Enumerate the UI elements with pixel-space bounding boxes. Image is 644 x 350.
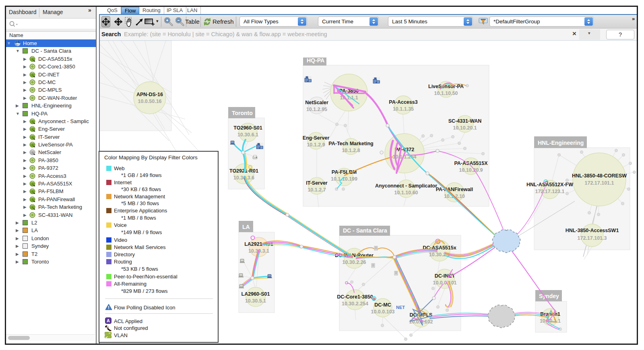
svg-text:LA2960-S01: LA2960-S01 [242, 291, 270, 297]
svg-text:HNL-Engineering: HNL-Engineering [538, 140, 584, 146]
svg-text:HNL-3850-48-CORESW: HNL-3850-48-CORESW [572, 173, 627, 179]
svg-text:10.1.2.9: 10.1.2.9 [307, 142, 325, 148]
svg-text:10.30.2.26: 10.30.2.26 [342, 259, 366, 265]
svg-text:SC-4331-WAN: SC-4331-WAN [448, 118, 482, 124]
svg-text:10.10.20.1: 10.10.20.1 [453, 125, 477, 131]
svg-text:10.30.5.1: 10.30.5.1 [245, 298, 266, 304]
svg-text:DC-INET: DC-INET [435, 273, 455, 279]
svg-text:10.1.1.35: 10.1.1.35 [393, 106, 414, 112]
svg-text:DC-MC: DC-MC [374, 302, 391, 308]
svg-text:HQ-PA: HQ-PA [307, 57, 324, 64]
svg-text:HNL-ASA5512X-FW: HNL-ASA5512X-FW [526, 182, 573, 187]
svg-text:NET: NET [396, 305, 405, 310]
svg-text:10.0.50.16: 10.0.50.16 [138, 99, 161, 104]
svg-text:10.30.2.254: 10.30.2.254 [342, 301, 368, 307]
svg-text:Toronto: Toronto [232, 110, 253, 116]
svg-text:10.30.6.1: 10.30.6.1 [237, 132, 258, 138]
svg-text:10.1.2.8: 10.1.2.8 [342, 148, 360, 153]
svg-text:APN-DS-16: APN-DS-16 [136, 92, 163, 97]
svg-text:PA-F5LBM: PA-F5LBM [332, 169, 357, 175]
svg-text:LA: LA [242, 224, 250, 230]
svg-text:PA-Access3: PA-Access3 [389, 99, 417, 105]
svg-text:DC-Core1-3850: DC-Core1-3850 [337, 294, 373, 300]
svg-text:172.17.101.3: 172.17.101.3 [578, 235, 607, 241]
svg-text:DC - Santa Clara: DC - Santa Clara [343, 227, 387, 234]
svg-text:10.0.0.101: 10.0.0.101 [433, 280, 456, 286]
svg-text:10.1.10.60: 10.1.10.60 [394, 190, 418, 196]
svg-text:Eng-Server: Eng-Server [303, 135, 330, 141]
svg-text:10.1.10.199: 10.1.10.199 [331, 176, 357, 182]
svg-text:PA-ASA5515X: PA-ASA5515X [454, 161, 488, 166]
svg-text:10.1.10.50: 10.1.10.50 [434, 91, 458, 96]
svg-text:10.1.2.7: 10.1.2.7 [308, 187, 326, 193]
svg-text:PA-PANFirewall: PA-PANFirewall [436, 187, 473, 192]
svg-text:A: A [107, 318, 110, 323]
svg-text:10.1.2.95: 10.1.2.95 [306, 107, 327, 112]
svg-text:172.17.123.1: 172.17.123.1 [535, 189, 565, 194]
svg-text:NetScaler: NetScaler [305, 100, 328, 105]
svg-text:TO2960-S01: TO2960-S01 [233, 125, 262, 131]
svg-text:Anyconnect - Samplicator: Anyconnect - Samplicator [375, 183, 437, 189]
svg-text:10.0.0.103: 10.0.0.103 [371, 309, 394, 315]
svg-text:HNL-3850-AccessSW1: HNL-3850-AccessSW1 [566, 228, 619, 233]
svg-text:IT-Server: IT-Server [306, 180, 328, 186]
svg-text:172.17.101.1: 172.17.101.1 [585, 180, 614, 186]
svg-text:PA-Tech Marketing: PA-Tech Marketing [328, 141, 373, 146]
svg-text:10.10.20.9: 10.10.20.9 [459, 167, 483, 173]
